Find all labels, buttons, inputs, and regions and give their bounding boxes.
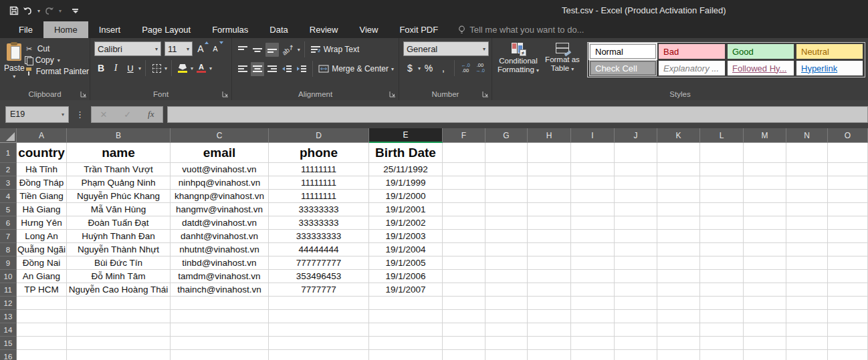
cell-G11[interactable] xyxy=(485,283,528,297)
column-header-B[interactable]: B xyxy=(67,128,171,143)
cell-K7[interactable] xyxy=(657,230,700,243)
cell-C13[interactable] xyxy=(171,310,269,323)
cell-G15[interactable] xyxy=(485,337,528,350)
cell-A7[interactable]: Long An xyxy=(17,230,67,243)
orientation-dropdown-icon[interactable]: ▾ xyxy=(298,47,300,53)
cell-H1[interactable] xyxy=(528,143,571,163)
cell-N8[interactable] xyxy=(786,243,828,256)
cell-K10[interactable] xyxy=(657,270,700,283)
cell-L10[interactable] xyxy=(700,270,744,283)
cell-B2[interactable]: Trần Thanh Vượt xyxy=(67,163,171,176)
cell-N6[interactable] xyxy=(786,216,828,230)
cell-H10[interactable] xyxy=(528,270,571,283)
borders-button[interactable] xyxy=(150,61,163,75)
cell-K11[interactable] xyxy=(657,283,700,297)
accounting-format-button[interactable]: $ xyxy=(403,61,417,75)
cell-H11[interactable] xyxy=(528,283,571,297)
cell-N12[interactable] xyxy=(786,297,828,310)
font-dialog-launcher-icon[interactable] xyxy=(222,91,229,98)
cell-M10[interactable] xyxy=(744,270,786,283)
cell-F3[interactable] xyxy=(443,176,485,190)
cell-J5[interactable] xyxy=(615,203,657,216)
cell-D11[interactable]: 7777777 xyxy=(269,283,369,297)
align-center-button[interactable] xyxy=(251,62,264,76)
cell-B6[interactable]: Đoàn Tuấn Đạt xyxy=(67,216,171,230)
cell-D2[interactable]: 11111111 xyxy=(269,163,369,176)
cell-F4[interactable] xyxy=(443,190,485,203)
align-left-button[interactable] xyxy=(236,62,249,76)
cell-L7[interactable] xyxy=(700,230,744,243)
cell-D13[interactable] xyxy=(269,310,369,323)
cell-A15[interactable] xyxy=(17,337,67,350)
cell-O11[interactable] xyxy=(828,283,868,297)
row-header-4[interactable]: 4 xyxy=(0,190,17,203)
tab-insert[interactable]: Insert xyxy=(88,21,132,38)
cell-M2[interactable] xyxy=(744,163,786,176)
cell-C2[interactable]: vuott@vinahost.vn xyxy=(171,163,269,176)
undo-icon[interactable] xyxy=(23,7,33,15)
cell-O5[interactable] xyxy=(828,203,868,216)
cell-A14[interactable] xyxy=(17,323,67,337)
cell-D16[interactable] xyxy=(269,350,369,360)
cell-J16[interactable] xyxy=(615,350,657,360)
cell-M9[interactable] xyxy=(744,256,786,270)
cell-I5[interactable] xyxy=(571,203,615,216)
cell-H2[interactable] xyxy=(528,163,571,176)
cell-C5[interactable]: hangmv@vinahost.vn xyxy=(171,203,269,216)
copy-button[interactable]: Copy▾ xyxy=(25,55,89,65)
cell-M14[interactable] xyxy=(744,323,786,337)
cell-I1[interactable] xyxy=(571,143,615,163)
cell-M7[interactable] xyxy=(744,230,786,243)
row-header-3[interactable]: 3 xyxy=(0,176,17,190)
insert-function-icon[interactable]: fx xyxy=(148,109,154,120)
row-header-2[interactable]: 2 xyxy=(0,163,17,176)
cell-O6[interactable] xyxy=(828,216,868,230)
row-header-11[interactable]: 11 xyxy=(0,283,17,297)
cell-J7[interactable] xyxy=(615,230,657,243)
column-header-M[interactable]: M xyxy=(744,128,786,143)
cell-M3[interactable] xyxy=(744,176,786,190)
cell-F11[interactable] xyxy=(443,283,485,297)
merge-center-dropdown-icon[interactable]: ▾ xyxy=(391,66,394,72)
column-header-A[interactable]: A xyxy=(17,128,67,143)
save-icon[interactable] xyxy=(9,6,19,15)
cell-J9[interactable] xyxy=(615,256,657,270)
cell-N13[interactable] xyxy=(786,310,828,323)
style-good[interactable]: Good xyxy=(728,44,794,59)
cell-D12[interactable] xyxy=(269,297,369,310)
row-header-6[interactable]: 6 xyxy=(0,216,17,230)
cell-N15[interactable] xyxy=(786,337,828,350)
cell-O7[interactable] xyxy=(828,230,868,243)
cell-J11[interactable] xyxy=(615,283,657,297)
cell-C8[interactable]: nhutnt@vinahost.vn xyxy=(171,243,269,256)
tab-formulas[interactable]: Formulas xyxy=(201,21,259,38)
cell-G16[interactable] xyxy=(485,350,528,360)
column-header-J[interactable]: J xyxy=(615,128,657,143)
cell-A4[interactable]: Tiền Giang xyxy=(17,190,67,203)
cell-B14[interactable] xyxy=(67,323,171,337)
cell-H8[interactable] xyxy=(528,243,571,256)
number-format-combobox[interactable]: General▾ xyxy=(403,41,489,56)
wrap-text-button[interactable]: Wrap Text xyxy=(309,43,361,57)
format-painter-button[interactable]: Format Painter xyxy=(25,67,89,76)
increase-font-size-button[interactable]: A xyxy=(194,42,207,56)
cell-O8[interactable] xyxy=(828,243,868,256)
cell-A13[interactable] xyxy=(17,310,67,323)
cell-C16[interactable] xyxy=(171,350,269,360)
tab-review[interactable]: Review xyxy=(299,21,349,38)
cell-F8[interactable] xyxy=(443,243,485,256)
cell-O2[interactable] xyxy=(828,163,868,176)
bold-button[interactable]: B xyxy=(94,61,108,75)
cell-C1[interactable]: email xyxy=(171,143,269,163)
cell-K12[interactable] xyxy=(657,297,700,310)
cell-G12[interactable] xyxy=(485,297,528,310)
cell-E11[interactable]: 19/1/2007 xyxy=(369,283,443,297)
cell-E5[interactable]: 19/1/2001 xyxy=(369,203,443,216)
cell-N5[interactable] xyxy=(786,203,828,216)
cell-L12[interactable] xyxy=(700,297,744,310)
cell-H3[interactable] xyxy=(528,176,571,190)
cell-K4[interactable] xyxy=(657,190,700,203)
customize-quick-access-icon[interactable] xyxy=(72,9,78,13)
cell-J12[interactable] xyxy=(615,297,657,310)
cell-J2[interactable] xyxy=(615,163,657,176)
